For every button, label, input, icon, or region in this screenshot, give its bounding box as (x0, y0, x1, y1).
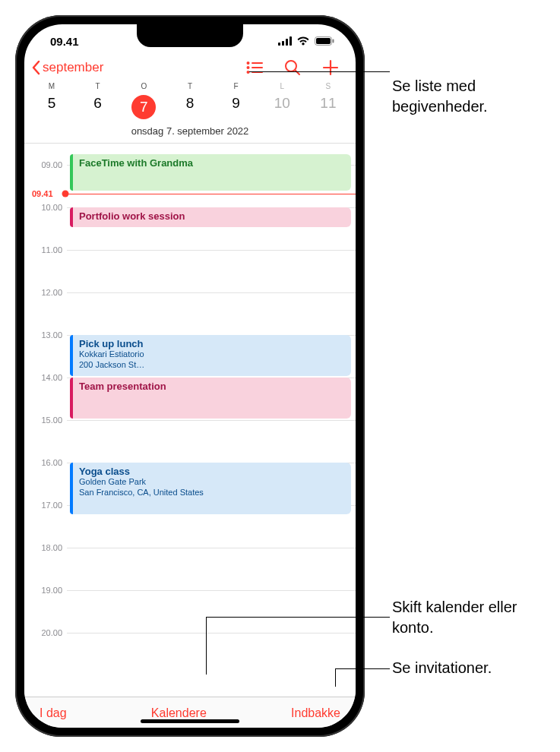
weekday-letter: T (188, 82, 192, 90)
weekday-number: 6 (93, 95, 102, 112)
event-title: Team presentation (79, 381, 345, 392)
time-label: 19.00 (41, 586, 62, 595)
weekday-letter: M (49, 82, 55, 90)
weekday-number: 11 (320, 95, 336, 112)
time-label: 18.00 (41, 543, 62, 552)
gridline (67, 590, 356, 591)
svg-rect-6 (333, 39, 334, 43)
event-subtitle: 200 Jackson St… (79, 360, 345, 371)
event-subtitle: Golden Gate Park (79, 477, 345, 488)
weekday-number: 9 (232, 95, 240, 112)
svg-rect-10 (252, 67, 263, 68)
weekday-number: 10 (274, 95, 290, 112)
callout-inbox: Se invitationer. (392, 658, 492, 678)
svg-rect-1 (282, 41, 284, 46)
callout-calendars: Skift kalender eller konto. (392, 597, 560, 638)
now-dot (62, 191, 69, 197)
event-subtitle: Kokkari Estiatorio (79, 349, 345, 360)
event-subtitle: San Francisco, CA, United States (79, 488, 345, 498)
wifi-icon (296, 36, 310, 46)
cellular-icon (278, 36, 292, 46)
time-label: 15.00 (41, 415, 62, 425)
time-label: 16.00 (41, 458, 62, 467)
time-label: 10.00 (41, 203, 62, 212)
weekday-number: 5 (48, 95, 56, 112)
svg-rect-2 (286, 39, 288, 46)
time-label: 20.00 (41, 628, 62, 637)
calendar-event[interactable]: Pick up lunchKokkari Estiatorio200 Jacks… (70, 335, 351, 376)
calendar-event[interactable]: Yoga classGolden Gate ParkSan Francisco,… (70, 463, 351, 514)
status-right (278, 36, 334, 46)
weekday-letter: S (326, 82, 331, 90)
callout-list: Se liste med begivenheder. (392, 76, 560, 117)
weekday-cell[interactable]: T6 (84, 82, 112, 119)
svg-point-7 (247, 62, 250, 65)
time-label: 13.00 (41, 330, 62, 340)
weekday-letter: T (96, 82, 100, 90)
gridline (67, 420, 356, 421)
event-title: Portfolio work session (79, 210, 345, 222)
home-indicator (141, 719, 239, 723)
toolbar-today[interactable]: I dag (40, 706, 67, 720)
weekday-cell[interactable]: M5 (38, 82, 65, 119)
calendar-event[interactable]: FaceTime with Grandma (70, 154, 351, 191)
event-title: FaceTime with Grandma (79, 157, 345, 169)
time-label: 12.00 (41, 288, 62, 297)
week-strip[interactable]: M5T6O7T8F9L10S11 (24, 81, 356, 122)
search-icon[interactable] (284, 59, 301, 76)
time-label: 17.00 (41, 501, 62, 510)
nav-icons (246, 59, 343, 76)
weekday-cell[interactable]: L10 (268, 82, 296, 119)
toolbar-inbox[interactable]: Indbakke (291, 706, 340, 720)
weekday-letter: L (280, 82, 285, 90)
weekday-cell[interactable]: F9 (223, 82, 250, 119)
back-button[interactable]: september (30, 60, 103, 75)
weekday-letter: F (234, 82, 239, 90)
svg-rect-0 (278, 43, 280, 46)
calendar-event[interactable]: Team presentation (70, 378, 351, 419)
date-heading: onsdag 7. september 2022 (24, 122, 356, 144)
weekday-cell[interactable]: T8 (176, 82, 204, 119)
now-bar (67, 194, 356, 194)
time-label: 09.00 (41, 160, 62, 169)
time-label: 14.00 (41, 373, 62, 382)
phone-frame: 09.41 september M5T6O7T8F9L10S11 onsdag … (15, 15, 365, 737)
screen: 09.41 september M5T6O7T8F9L10S11 onsdag … (24, 24, 356, 728)
nav-bar: september (24, 58, 356, 81)
time-label: 11.00 (41, 245, 62, 254)
gridline (67, 250, 356, 251)
weekday-cell[interactable]: S11 (315, 82, 342, 119)
svg-rect-8 (252, 62, 263, 64)
svg-point-9 (247, 66, 250, 69)
add-icon[interactable] (322, 59, 339, 76)
list-icon[interactable] (246, 61, 263, 74)
gridline (67, 292, 356, 293)
status-time: 09.41 (50, 35, 79, 48)
calendar-event[interactable]: Portfolio work session (70, 207, 351, 227)
gridline (67, 633, 356, 634)
svg-rect-3 (289, 36, 292, 46)
weekday-number: 7 (131, 95, 156, 119)
schedule-area[interactable]: 09.0010.0011.0012.0013.0014.0015.0016.00… (24, 144, 356, 697)
toolbar-calendars[interactable]: Kalendere (151, 706, 207, 720)
weekday-cell[interactable]: O7 (130, 82, 157, 119)
weekday-number: 8 (186, 95, 195, 112)
battery-icon (315, 36, 334, 46)
back-label: september (43, 60, 103, 75)
chevron-left-icon (30, 60, 41, 75)
weekday-letter: O (141, 82, 147, 90)
gridline (67, 548, 356, 548)
svg-rect-5 (316, 38, 331, 44)
event-title: Yoga class (79, 466, 345, 477)
event-title: Pick up lunch (79, 338, 345, 349)
now-time-label: 09.41 (30, 189, 55, 198)
notch (137, 24, 243, 47)
